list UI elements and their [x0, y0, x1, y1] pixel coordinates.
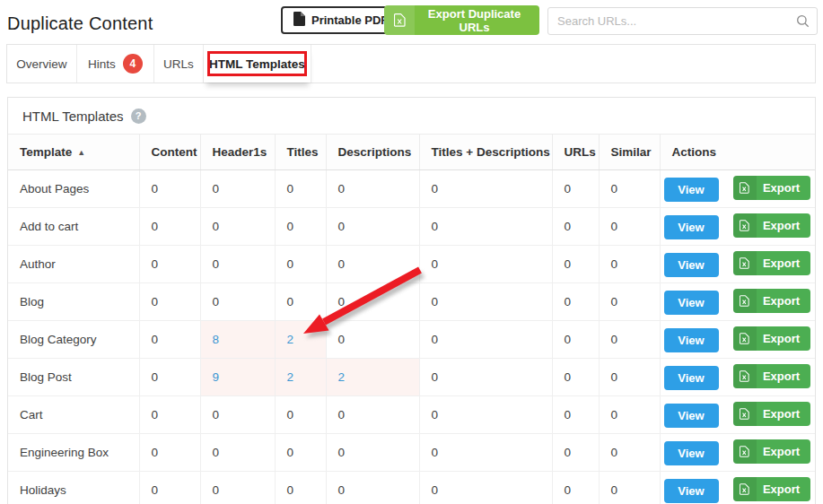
count-cell: 0: [139, 246, 200, 283]
table-row: About Pages0000000ViewExport: [8, 170, 815, 208]
column-header-template[interactable]: Template▲: [8, 135, 139, 170]
tab-hints[interactable]: Hints4: [77, 45, 154, 83]
export-button[interactable]: Export: [733, 251, 810, 275]
export-button[interactable]: Export: [733, 402, 810, 426]
count-cell: 0: [552, 359, 599, 396]
excel-file-icon: [733, 477, 757, 501]
export-button[interactable]: Export: [733, 439, 810, 464]
count-cell: 0: [200, 208, 275, 246]
count-cell: 0: [419, 472, 552, 504]
view-button[interactable]: View: [664, 366, 719, 390]
count-cell: 0: [326, 396, 419, 434]
export-button[interactable]: Export: [733, 364, 810, 388]
count-cell: 0: [552, 246, 599, 283]
template-name-cell: Cart: [8, 396, 139, 434]
export-button[interactable]: Export: [733, 477, 810, 501]
excel-file-icon: [733, 289, 757, 313]
count-cell: 0: [599, 283, 660, 321]
column-header-header1s[interactable]: Header1s: [200, 135, 275, 170]
search-box: [547, 7, 818, 35]
template-name-cell: Blog Category: [8, 321, 139, 359]
export-button[interactable]: Export: [733, 289, 810, 313]
count-cell: 0: [599, 434, 660, 472]
view-button[interactable]: View: [664, 253, 719, 277]
column-header-titles-descriptions[interactable]: Titles + Descriptions: [419, 135, 552, 170]
count-cell: 0: [552, 434, 599, 472]
template-name-cell: Add to cart: [8, 208, 139, 246]
count-cell: 0: [200, 434, 275, 472]
view-button[interactable]: View: [664, 178, 719, 202]
view-button[interactable]: View: [664, 404, 719, 428]
count-link[interactable]: 2: [338, 370, 346, 384]
export-button[interactable]: Export: [733, 176, 810, 200]
count-cell: 0: [552, 208, 599, 246]
help-icon[interactable]: ?: [131, 109, 146, 124]
template-name-cell: Blog Post: [8, 359, 139, 396]
count-cell: 0: [419, 283, 552, 321]
actions-cell: ViewExport: [660, 434, 815, 472]
export-button[interactable]: Export: [733, 326, 810, 351]
column-header-label: Titles + Descriptions: [432, 145, 550, 159]
column-header-label: Titles: [287, 145, 319, 159]
actions-cell: ViewExport: [660, 472, 815, 504]
printable-pdf-button[interactable]: Printable PDF: [281, 6, 400, 34]
table-header-row: Template▲ContentHeader1sTitlesDescriptio…: [8, 135, 815, 170]
export-button-label: Export: [757, 294, 810, 308]
export-button[interactable]: Export: [733, 213, 810, 238]
template-name-cell: Holidays: [8, 472, 139, 504]
export-button-label: Export: [757, 407, 810, 421]
actions-cell: ViewExport: [660, 246, 815, 283]
template-name-cell: Author: [8, 246, 139, 283]
table-row: Holidays0000000ViewExport: [8, 472, 815, 504]
count-link[interactable]: 8: [213, 333, 220, 346]
table-row: Blog0000000ViewExport: [8, 283, 815, 321]
search-input[interactable]: [547, 7, 818, 35]
count-cell: 0: [275, 472, 326, 504]
tab-bar: OverviewHints4URLsHTML Templates: [6, 44, 816, 83]
count-link[interactable]: 9: [213, 370, 220, 384]
view-button[interactable]: View: [664, 441, 719, 465]
count-cell: 0: [419, 321, 552, 359]
view-button[interactable]: View: [664, 215, 719, 239]
count-cell: 0: [552, 396, 599, 434]
table-row: Cart0000000ViewExport: [8, 396, 815, 434]
count-cell: 0: [275, 246, 326, 283]
export-duplicate-urls-button[interactable]: Export Duplicate URLs: [384, 5, 539, 35]
column-header-label: Template: [20, 145, 72, 159]
tab-urls[interactable]: URLs: [154, 45, 204, 83]
view-button[interactable]: View: [664, 479, 719, 503]
count-cell: 0: [139, 396, 200, 434]
count-cell: 0: [419, 170, 552, 208]
column-header-descriptions[interactable]: Descriptions: [326, 135, 419, 170]
count-link[interactable]: 2: [287, 333, 294, 346]
tab-html-templates[interactable]: HTML Templates: [204, 45, 311, 83]
tab-label: URLs: [163, 57, 194, 71]
count-link[interactable]: 2: [287, 370, 294, 384]
column-header-actions[interactable]: Actions: [660, 135, 815, 170]
count-cell: 0: [275, 170, 326, 208]
html-templates-panel: HTML Templates ? Template▲ContentHeader1…: [7, 97, 816, 504]
excel-file-icon: [733, 176, 757, 200]
export-button-label: Export: [757, 482, 810, 496]
count-cell: 0: [419, 434, 552, 472]
tab-overview[interactable]: Overview: [7, 45, 77, 83]
count-cell: 0: [275, 208, 326, 246]
column-header-label: Descriptions: [338, 145, 412, 159]
view-button[interactable]: View: [664, 291, 719, 315]
count-cell: 0: [419, 246, 552, 283]
column-header-similar[interactable]: Similar: [599, 135, 660, 170]
excel-file-icon: [733, 364, 757, 388]
count-cell: 0: [139, 359, 200, 396]
count-cell: 0: [326, 170, 419, 208]
column-header-label: Header1s: [213, 145, 267, 159]
count-cell: 2: [275, 359, 326, 396]
actions-cell: ViewExport: [660, 396, 815, 434]
tab-label: HTML Templates: [209, 57, 305, 71]
column-header-urls[interactable]: URLs: [552, 135, 599, 170]
export-button-label: Export: [757, 181, 810, 195]
view-button[interactable]: View: [664, 328, 719, 352]
column-header-content[interactable]: Content: [139, 135, 200, 170]
count-cell: 0: [599, 472, 660, 504]
search-icon[interactable]: [796, 14, 810, 31]
column-header-titles[interactable]: Titles: [275, 135, 326, 170]
